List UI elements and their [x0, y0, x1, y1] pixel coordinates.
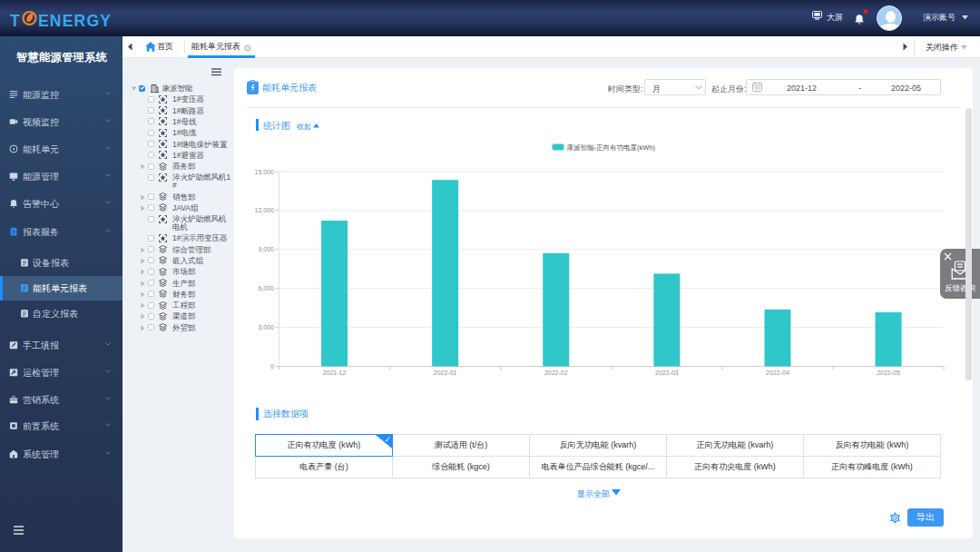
svg-text:2022-04: 2022-04: [766, 370, 789, 376]
svg-text:2022-01: 2022-01: [434, 370, 457, 376]
svg-text:2022-05: 2022-05: [877, 370, 900, 376]
svg-text:0: 0: [270, 363, 274, 370]
svg-text:3,000: 3,000: [258, 324, 274, 330]
svg-text:15,000: 15,000: [255, 169, 275, 175]
svg-text:2021-12: 2021-12: [323, 370, 347, 376]
svg-text:2022-02: 2022-02: [544, 370, 568, 376]
svg-text:康派智能-正向有功电度(kWh): 康派智能-正向有功电度(kWh): [567, 143, 656, 152]
svg-text:6,000: 6,000: [258, 285, 274, 291]
svg-text:2022-03: 2022-03: [655, 370, 679, 376]
svg-text:12,000: 12,000: [255, 207, 275, 213]
svg-text:9,000: 9,000: [258, 246, 274, 252]
